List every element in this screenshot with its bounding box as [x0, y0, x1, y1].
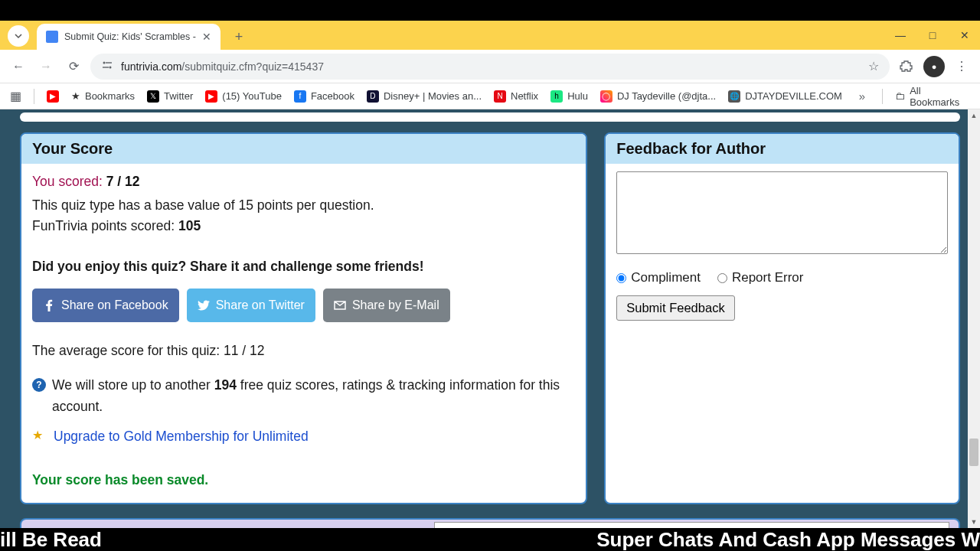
svg-rect-1: [106, 62, 112, 63]
scrollbar-thumb[interactable]: [969, 439, 978, 466]
tab-favicon-icon: [46, 31, 58, 43]
hulu-icon: h: [550, 90, 563, 103]
share-twitter-button[interactable]: Share on Twitter: [187, 289, 315, 323]
bookmark-netflix[interactable]: NNetflix: [494, 90, 538, 103]
browser-toolbar: ← → ⟳ funtrivia.com/submitquiz.cfm?quiz=…: [0, 50, 980, 83]
storage-info: ? We will store up to another 194 free q…: [32, 375, 575, 416]
star-icon: ★: [71, 90, 80, 102]
vertical-scrollbar[interactable]: ▲ ▼: [968, 109, 980, 528]
facebook-icon: f: [294, 90, 306, 103]
site-settings-icon[interactable]: [101, 59, 113, 73]
upgrade-line: ★ Upgrade to Gold Membership for Unlimit…: [32, 426, 575, 447]
bookmark-twitter[interactable]: 𝕏Twitter: [147, 90, 193, 103]
next-card-sliver: [20, 518, 960, 528]
new-tab-button[interactable]: +: [228, 26, 250, 47]
submit-feedback-button[interactable]: Submit Feedback: [616, 295, 734, 321]
bookmark-facebook[interactable]: fFacebook: [294, 90, 354, 103]
twitter-icon: [198, 299, 210, 311]
bookmarks-bar: ▦ ▶ ★Bookmarks 𝕏Twitter ▶(15) YouTube fF…: [0, 83, 980, 109]
folder-icon: 🗀: [895, 90, 905, 102]
radio-report-error[interactable]: Report Error: [717, 268, 804, 288]
disney-icon: D: [367, 90, 379, 103]
bookmark-separator: [34, 89, 34, 104]
score-card: Your Score You scored: 7 / 12 This quiz …: [20, 132, 587, 504]
bookmark-overflow-icon[interactable]: »: [854, 90, 870, 103]
scroll-up-icon[interactable]: ▲: [968, 109, 980, 122]
back-button[interactable]: ←: [8, 60, 29, 73]
gold-star-icon: ★: [32, 426, 43, 445]
instagram-icon: ◯: [600, 90, 612, 103]
profile-avatar[interactable]: ●: [923, 56, 945, 77]
maximize-icon[interactable]: □: [923, 29, 942, 41]
youtube-icon: ▶: [47, 90, 59, 103]
ticker-text-left: ill Be Read: [0, 528, 102, 551]
url-text: funtrivia.com/submitquiz.cfm?quiz=415437: [121, 60, 324, 73]
reload-button[interactable]: ⟳: [63, 59, 84, 73]
average-score-text: The average score for this quiz: 11 / 12: [32, 341, 575, 361]
tab-close-icon[interactable]: ✕: [202, 31, 211, 43]
svg-point-0: [103, 62, 106, 64]
tab-search-button[interactable]: [8, 25, 29, 47]
you-scored-line: You scored: 7 / 12: [32, 171, 575, 192]
bookmark-apps[interactable]: ▦: [9, 90, 21, 103]
page-viewport: Your Score You scored: 7 / 12 This quiz …: [0, 109, 980, 528]
bookmark-youtube-plain[interactable]: ▶: [47, 90, 59, 103]
facebook-icon: [43, 299, 55, 311]
bookmark-disney[interactable]: DDisney+ | Movies an...: [367, 90, 482, 103]
bookmark-youtube[interactable]: ▶(15) YouTube: [205, 90, 282, 103]
share-email-button[interactable]: Share by E-Mail: [323, 289, 450, 323]
stream-ticker-overlay: ill Be Read Super Chats And Cash App Mes…: [0, 528, 980, 551]
overlay-panel: [434, 522, 949, 528]
tab-strip: Submit Quiz: Kids' Scrambles - ✕ + — □ ✕: [0, 21, 980, 50]
chrome-menu-icon[interactable]: ⋮: [951, 56, 972, 77]
forward-button[interactable]: →: [35, 60, 57, 73]
browser-tab-active[interactable]: Submit Quiz: Kids' Scrambles - ✕: [37, 24, 220, 50]
points-scored-line: FunTrivia points scored: 105: [32, 216, 575, 236]
scroll-down-icon[interactable]: ▼: [968, 516, 980, 528]
score-saved-message: Your score has been saved.: [32, 470, 575, 491]
all-bookmarks-button[interactable]: 🗀All Bookmarks: [895, 85, 971, 108]
base-value-text: This quiz type has a base value of 15 po…: [32, 195, 575, 216]
radio-compliment[interactable]: Compliment: [616, 268, 701, 288]
x-icon: 𝕏: [147, 90, 159, 103]
feedback-card: Feedback for Author Compliment Report Er…: [604, 132, 960, 504]
bookmark-hulu[interactable]: hHulu: [550, 90, 588, 103]
page-content: Your Score You scored: 7 / 12 This quiz …: [11, 109, 969, 528]
share-prompt: Did you enjoy this quiz? Share it and ch…: [32, 256, 575, 277]
globe-icon: 🌐: [728, 90, 740, 103]
info-icon: ?: [32, 378, 46, 392]
feedback-textarea[interactable]: [616, 171, 948, 254]
bookmark-separator: [882, 89, 883, 104]
previous-card-sliver: [20, 112, 960, 122]
window-controls: — □ ✕: [891, 21, 974, 50]
feedback-card-header: Feedback for Author: [606, 134, 959, 164]
share-facebook-button[interactable]: Share on Facebook: [32, 289, 179, 323]
close-window-icon[interactable]: ✕: [956, 29, 974, 41]
ticker-text-right: Super Chats And Cash App Messages W: [596, 528, 980, 551]
apps-grid-icon: ▦: [9, 90, 21, 103]
tab-title: Submit Quiz: Kids' Scrambles -: [64, 31, 196, 42]
email-icon: [334, 299, 346, 311]
address-bar[interactable]: funtrivia.com/submitquiz.cfm?quiz=415437…: [90, 54, 890, 80]
svg-rect-3: [103, 67, 109, 67]
browser-window: Submit Quiz: Kids' Scrambles - ✕ + — □ ✕…: [0, 21, 980, 528]
bookmark-instagram[interactable]: ◯DJ Taydeville (@djta...: [600, 90, 716, 103]
bookmark-bookmarks[interactable]: ★Bookmarks: [71, 90, 135, 102]
netflix-icon: N: [494, 90, 506, 103]
upgrade-link[interactable]: Upgrade to Gold Membership for Unlimited: [54, 426, 309, 447]
bookmark-djtaydeville[interactable]: 🌐DJTAYDEVILLE.COM: [728, 90, 842, 103]
score-card-header: Your Score: [21, 134, 586, 164]
bookmark-star-icon[interactable]: ☆: [868, 59, 879, 73]
minimize-icon[interactable]: —: [891, 29, 910, 41]
svg-point-2: [109, 67, 112, 69]
youtube-icon: ▶: [205, 90, 217, 103]
extensions-icon[interactable]: [896, 56, 917, 77]
